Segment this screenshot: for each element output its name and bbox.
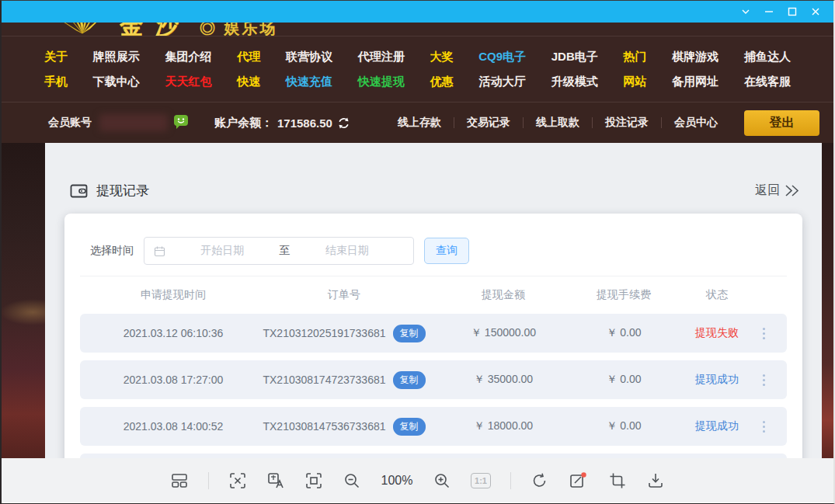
nav-item-fast-deposit[interactable]: 快速充值	[286, 75, 332, 89]
nav-item-jdb[interactable]: JDB电子	[551, 50, 598, 64]
fit-screen-icon[interactable]	[304, 471, 323, 490]
crop-icon[interactable]	[608, 471, 627, 490]
nav-item-board-games[interactable]: 棋牌游戏	[672, 50, 718, 64]
table-row: 2021.03.12 06:10:36 TX210312025191733681…	[80, 314, 787, 353]
maximize-icon[interactable]	[781, 2, 804, 21]
content-area: 提现记录 返回 选择时间	[45, 143, 822, 458]
copy-button[interactable]: 复制	[393, 418, 426, 436]
nav-item-upgrade-mode[interactable]: 升级模式	[551, 75, 598, 89]
nav-item-jackpot[interactable]: 大奖	[430, 50, 453, 64]
background-image-left	[2, 143, 45, 458]
logo-text: 金沙	[120, 23, 191, 36]
main-area: 提现记录 返回 选择时间	[2, 143, 833, 458]
order-number: TX210308147536733681	[263, 420, 385, 433]
site-header: 金沙 ◎ 娱乐场 关于 手机 牌照展示 下载中心 集团介绍 天天红包 代理 快速…	[2, 23, 833, 103]
nav-item-joint-agreement[interactable]: 联营协议	[286, 50, 332, 64]
order-number: TX210312025191733681	[263, 327, 385, 339]
copy-button[interactable]: 复制	[393, 371, 426, 389]
page-title: 提现记录	[96, 182, 149, 200]
cell-order: TX210312025191733681 复制	[251, 325, 437, 342]
nav-item-mobile[interactable]: 手机	[44, 75, 68, 89]
date-range-input[interactable]: 开始日期 至 结束日期	[144, 237, 414, 265]
cell-amount: ￥ 150000.00	[437, 326, 569, 340]
link-member-center[interactable]: 会员中心	[662, 116, 730, 130]
start-date-placeholder[interactable]: 开始日期	[165, 244, 280, 258]
zoom-out-icon[interactable]	[343, 471, 361, 490]
row-menu-dots-icon[interactable]	[763, 421, 765, 433]
nav-group: 联营协议 快速充值	[286, 50, 332, 89]
calendar-icon	[154, 245, 165, 257]
nav-item-activity-hall[interactable]: 活动大厅	[479, 75, 526, 89]
nav-group: 大奖 优惠	[430, 50, 453, 89]
copy-button[interactable]: 复制	[393, 325, 426, 342]
link-bet-records[interactable]: 投注记录	[593, 116, 661, 130]
header-status: 状态	[678, 288, 756, 302]
nav-group: 集团介绍 天天红包	[165, 50, 211, 89]
edit-icon[interactable]	[569, 471, 589, 490]
viewer-toolbar: 100% 1:1	[2, 458, 833, 502]
nav-item-agent[interactable]: 代理	[237, 50, 260, 64]
cell-time: 2021.03.08 17:27:00	[96, 374, 251, 386]
nav-item-online-service[interactable]: 在线客服	[744, 75, 791, 89]
nav-item-fishing[interactable]: 捕鱼达人	[744, 50, 791, 64]
logo-row: 金沙 ◎ 娱乐场	[2, 23, 833, 36]
layout-icon[interactable]	[170, 471, 189, 490]
header-fee: 提现手续费	[569, 288, 678, 302]
order-number: TX210308174723733681	[263, 374, 385, 386]
nav-item-group-intro[interactable]: 集团介绍	[165, 50, 211, 64]
main-nav: 关于 手机 牌照展示 下载中心 集团介绍 天天红包 代理 快速 联营协议 快速充…	[2, 36, 833, 103]
link-online-deposit[interactable]: 线上存款	[385, 116, 454, 130]
nav-item-hot[interactable]: 热门	[623, 50, 646, 64]
table-row-partial	[80, 454, 787, 458]
filter-row: 选择时间 开始日期 至 结束日期 查询	[80, 237, 787, 265]
link-online-withdraw[interactable]: 线上取款	[524, 116, 592, 130]
actual-size-icon[interactable]: 1:1	[471, 473, 491, 488]
nav-item-license[interactable]: 牌照展示	[93, 50, 140, 64]
chat-icon[interactable]	[172, 113, 190, 133]
balance-label: 账户余额：	[214, 116, 273, 130]
back-link[interactable]: 返回	[755, 182, 800, 199]
header-time: 申请提现时间	[96, 288, 251, 302]
nav-item-website[interactable]: 网站	[623, 75, 646, 89]
end-date-placeholder[interactable]: 结束日期	[291, 244, 405, 258]
translate-icon[interactable]	[266, 471, 285, 490]
account-bar: 会员账号 账户余额： 171586.50 线上存款	[2, 103, 833, 143]
logout-button[interactable]: 登出	[744, 110, 819, 136]
cell-order: TX210308147536733681 复制	[251, 418, 437, 436]
link-transaction-records[interactable]: 交易记录	[454, 116, 523, 130]
row-menu-dots-icon[interactable]	[763, 328, 765, 339]
filter-label: 选择时间	[90, 244, 134, 258]
nav-group: 棋牌游戏 备用网址	[672, 50, 718, 89]
titlebar[interactable]	[2, 1, 833, 23]
back-label: 返回	[755, 182, 780, 199]
status-badge: 提现成功	[678, 419, 756, 433]
nav-item-promo[interactable]: 优惠	[430, 75, 453, 89]
nav-item-fast[interactable]: 快速	[237, 75, 260, 89]
nav-group: 捕鱼达人 在线客服	[744, 50, 791, 89]
nav-item-fast-withdraw[interactable]: 快速提现	[358, 75, 405, 89]
rotate-icon[interactable]	[531, 471, 549, 490]
nav-item-about[interactable]: 关于	[44, 50, 68, 64]
close-icon[interactable]	[804, 2, 827, 21]
nav-item-download-center[interactable]: 下载中心	[93, 75, 140, 89]
nav-group: 牌照展示 下载中心	[93, 50, 140, 89]
ocr-icon[interactable]	[228, 471, 247, 490]
minimize-icon[interactable]	[757, 2, 781, 21]
download-icon[interactable]	[646, 471, 665, 490]
account-username-blurred	[99, 114, 168, 131]
nav-item-agent-register[interactable]: 代理注册	[358, 50, 405, 64]
chevron-down-icon[interactable]	[734, 2, 757, 21]
row-menu-dots-icon[interactable]	[763, 374, 765, 386]
cell-fee: ￥ 0.00	[569, 373, 678, 387]
nav-item-backup-url[interactable]: 备用网址	[672, 75, 718, 89]
zoom-level: 100%	[381, 474, 413, 488]
account-label: 会员账号	[48, 116, 92, 130]
zoom-in-icon[interactable]	[433, 471, 451, 490]
nav-item-daily-redpacket[interactable]: 天天红包	[165, 75, 211, 89]
withdrawal-records-card: 选择时间 开始日期 至 结束日期 查询	[64, 214, 802, 458]
nav-item-cq9[interactable]: CQ9电子	[478, 50, 526, 64]
refresh-balance-icon[interactable]	[337, 116, 350, 130]
date-to-label: 至	[280, 244, 291, 258]
cell-amount: ￥ 35000.00	[437, 373, 569, 387]
query-button[interactable]: 查询	[424, 238, 469, 264]
